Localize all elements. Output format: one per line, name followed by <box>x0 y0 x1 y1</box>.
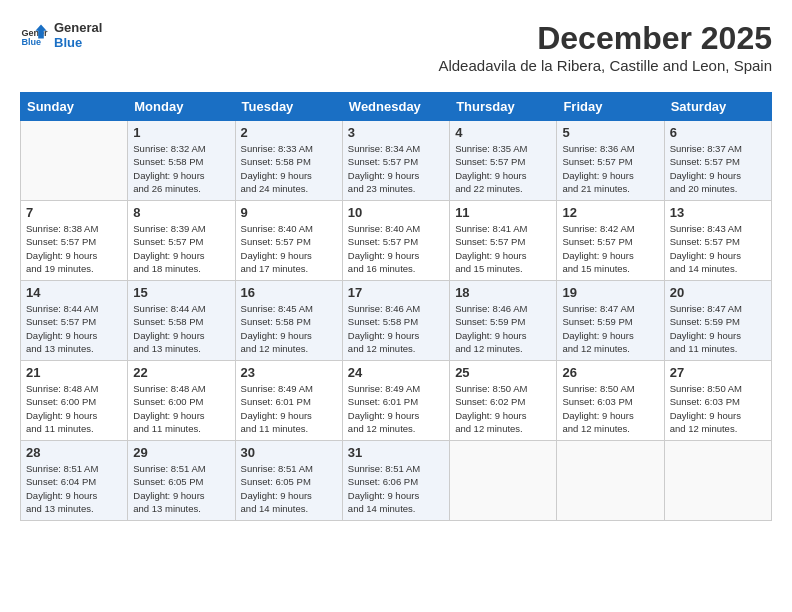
calendar-cell: 28Sunrise: 8:51 AM Sunset: 6:04 PM Dayli… <box>21 441 128 521</box>
calendar-cell <box>664 441 771 521</box>
day-info: Sunrise: 8:47 AM Sunset: 5:59 PM Dayligh… <box>562 302 658 355</box>
logo-icon: General Blue <box>20 21 48 49</box>
day-number: 26 <box>562 365 658 380</box>
day-info: Sunrise: 8:44 AM Sunset: 5:57 PM Dayligh… <box>26 302 122 355</box>
day-number: 6 <box>670 125 766 140</box>
calendar-cell: 20Sunrise: 8:47 AM Sunset: 5:59 PM Dayli… <box>664 281 771 361</box>
calendar-cell: 5Sunrise: 8:36 AM Sunset: 5:57 PM Daylig… <box>557 121 664 201</box>
day-number: 13 <box>670 205 766 220</box>
title-section: December 2025 Aldeadavila de la Ribera, … <box>438 20 772 84</box>
day-info: Sunrise: 8:42 AM Sunset: 5:57 PM Dayligh… <box>562 222 658 275</box>
calendar-cell: 2Sunrise: 8:33 AM Sunset: 5:58 PM Daylig… <box>235 121 342 201</box>
day-info: Sunrise: 8:45 AM Sunset: 5:58 PM Dayligh… <box>241 302 337 355</box>
calendar-cell: 31Sunrise: 8:51 AM Sunset: 6:06 PM Dayli… <box>342 441 449 521</box>
calendar-cell: 25Sunrise: 8:50 AM Sunset: 6:02 PM Dayli… <box>450 361 557 441</box>
calendar-cell: 24Sunrise: 8:49 AM Sunset: 6:01 PM Dayli… <box>342 361 449 441</box>
logo-general-text: General <box>54 20 102 35</box>
col-header-friday: Friday <box>557 93 664 121</box>
day-number: 7 <box>26 205 122 220</box>
calendar-cell: 15Sunrise: 8:44 AM Sunset: 5:58 PM Dayli… <box>128 281 235 361</box>
day-number: 5 <box>562 125 658 140</box>
day-number: 8 <box>133 205 229 220</box>
day-number: 11 <box>455 205 551 220</box>
day-info: Sunrise: 8:48 AM Sunset: 6:00 PM Dayligh… <box>133 382 229 435</box>
day-number: 25 <box>455 365 551 380</box>
calendar-week-row: 1Sunrise: 8:32 AM Sunset: 5:58 PM Daylig… <box>21 121 772 201</box>
calendar-title: December 2025 <box>438 20 772 57</box>
day-number: 2 <box>241 125 337 140</box>
day-info: Sunrise: 8:51 AM Sunset: 6:05 PM Dayligh… <box>133 462 229 515</box>
day-info: Sunrise: 8:44 AM Sunset: 5:58 PM Dayligh… <box>133 302 229 355</box>
day-info: Sunrise: 8:46 AM Sunset: 5:59 PM Dayligh… <box>455 302 551 355</box>
day-info: Sunrise: 8:38 AM Sunset: 5:57 PM Dayligh… <box>26 222 122 275</box>
day-info: Sunrise: 8:48 AM Sunset: 6:00 PM Dayligh… <box>26 382 122 435</box>
day-info: Sunrise: 8:46 AM Sunset: 5:58 PM Dayligh… <box>348 302 444 355</box>
calendar-cell: 17Sunrise: 8:46 AM Sunset: 5:58 PM Dayli… <box>342 281 449 361</box>
calendar-cell: 7Sunrise: 8:38 AM Sunset: 5:57 PM Daylig… <box>21 201 128 281</box>
day-info: Sunrise: 8:47 AM Sunset: 5:59 PM Dayligh… <box>670 302 766 355</box>
day-number: 1 <box>133 125 229 140</box>
calendar-week-row: 14Sunrise: 8:44 AM Sunset: 5:57 PM Dayli… <box>21 281 772 361</box>
calendar-table: SundayMondayTuesdayWednesdayThursdayFrid… <box>20 92 772 521</box>
calendar-cell: 14Sunrise: 8:44 AM Sunset: 5:57 PM Dayli… <box>21 281 128 361</box>
day-info: Sunrise: 8:40 AM Sunset: 5:57 PM Dayligh… <box>348 222 444 275</box>
calendar-cell: 4Sunrise: 8:35 AM Sunset: 5:57 PM Daylig… <box>450 121 557 201</box>
calendar-subtitle: Aldeadavila de la Ribera, Castille and L… <box>438 57 772 74</box>
col-header-monday: Monday <box>128 93 235 121</box>
day-info: Sunrise: 8:51 AM Sunset: 6:04 PM Dayligh… <box>26 462 122 515</box>
calendar-cell: 26Sunrise: 8:50 AM Sunset: 6:03 PM Dayli… <box>557 361 664 441</box>
day-info: Sunrise: 8:40 AM Sunset: 5:57 PM Dayligh… <box>241 222 337 275</box>
calendar-cell: 10Sunrise: 8:40 AM Sunset: 5:57 PM Dayli… <box>342 201 449 281</box>
calendar-cell: 29Sunrise: 8:51 AM Sunset: 6:05 PM Dayli… <box>128 441 235 521</box>
calendar-cell: 22Sunrise: 8:48 AM Sunset: 6:00 PM Dayli… <box>128 361 235 441</box>
calendar-cell: 30Sunrise: 8:51 AM Sunset: 6:05 PM Dayli… <box>235 441 342 521</box>
calendar-cell: 1Sunrise: 8:32 AM Sunset: 5:58 PM Daylig… <box>128 121 235 201</box>
calendar-cell: 12Sunrise: 8:42 AM Sunset: 5:57 PM Dayli… <box>557 201 664 281</box>
calendar-cell: 9Sunrise: 8:40 AM Sunset: 5:57 PM Daylig… <box>235 201 342 281</box>
day-number: 29 <box>133 445 229 460</box>
day-info: Sunrise: 8:49 AM Sunset: 6:01 PM Dayligh… <box>241 382 337 435</box>
col-header-thursday: Thursday <box>450 93 557 121</box>
day-number: 10 <box>348 205 444 220</box>
calendar-cell <box>21 121 128 201</box>
calendar-cell: 13Sunrise: 8:43 AM Sunset: 5:57 PM Dayli… <box>664 201 771 281</box>
day-info: Sunrise: 8:32 AM Sunset: 5:58 PM Dayligh… <box>133 142 229 195</box>
day-number: 12 <box>562 205 658 220</box>
day-number: 22 <box>133 365 229 380</box>
day-info: Sunrise: 8:51 AM Sunset: 6:06 PM Dayligh… <box>348 462 444 515</box>
calendar-cell: 16Sunrise: 8:45 AM Sunset: 5:58 PM Dayli… <box>235 281 342 361</box>
day-info: Sunrise: 8:35 AM Sunset: 5:57 PM Dayligh… <box>455 142 551 195</box>
calendar-week-row: 7Sunrise: 8:38 AM Sunset: 5:57 PM Daylig… <box>21 201 772 281</box>
day-number: 3 <box>348 125 444 140</box>
day-number: 15 <box>133 285 229 300</box>
day-number: 27 <box>670 365 766 380</box>
day-number: 17 <box>348 285 444 300</box>
day-info: Sunrise: 8:41 AM Sunset: 5:57 PM Dayligh… <box>455 222 551 275</box>
calendar-cell: 8Sunrise: 8:39 AM Sunset: 5:57 PM Daylig… <box>128 201 235 281</box>
logo-blue-text: Blue <box>54 35 102 50</box>
day-number: 16 <box>241 285 337 300</box>
day-number: 9 <box>241 205 337 220</box>
day-number: 14 <box>26 285 122 300</box>
day-info: Sunrise: 8:36 AM Sunset: 5:57 PM Dayligh… <box>562 142 658 195</box>
day-number: 24 <box>348 365 444 380</box>
day-number: 4 <box>455 125 551 140</box>
calendar-cell <box>557 441 664 521</box>
calendar-week-row: 28Sunrise: 8:51 AM Sunset: 6:04 PM Dayli… <box>21 441 772 521</box>
calendar-cell: 6Sunrise: 8:37 AM Sunset: 5:57 PM Daylig… <box>664 121 771 201</box>
day-number: 28 <box>26 445 122 460</box>
day-info: Sunrise: 8:51 AM Sunset: 6:05 PM Dayligh… <box>241 462 337 515</box>
day-info: Sunrise: 8:50 AM Sunset: 6:03 PM Dayligh… <box>670 382 766 435</box>
calendar-cell: 11Sunrise: 8:41 AM Sunset: 5:57 PM Dayli… <box>450 201 557 281</box>
day-number: 31 <box>348 445 444 460</box>
calendar-cell: 21Sunrise: 8:48 AM Sunset: 6:00 PM Dayli… <box>21 361 128 441</box>
calendar-cell: 18Sunrise: 8:46 AM Sunset: 5:59 PM Dayli… <box>450 281 557 361</box>
calendar-cell <box>450 441 557 521</box>
svg-text:Blue: Blue <box>21 37 41 47</box>
calendar-cell: 3Sunrise: 8:34 AM Sunset: 5:57 PM Daylig… <box>342 121 449 201</box>
day-number: 30 <box>241 445 337 460</box>
day-number: 23 <box>241 365 337 380</box>
day-number: 19 <box>562 285 658 300</box>
col-header-wednesday: Wednesday <box>342 93 449 121</box>
day-info: Sunrise: 8:37 AM Sunset: 5:57 PM Dayligh… <box>670 142 766 195</box>
